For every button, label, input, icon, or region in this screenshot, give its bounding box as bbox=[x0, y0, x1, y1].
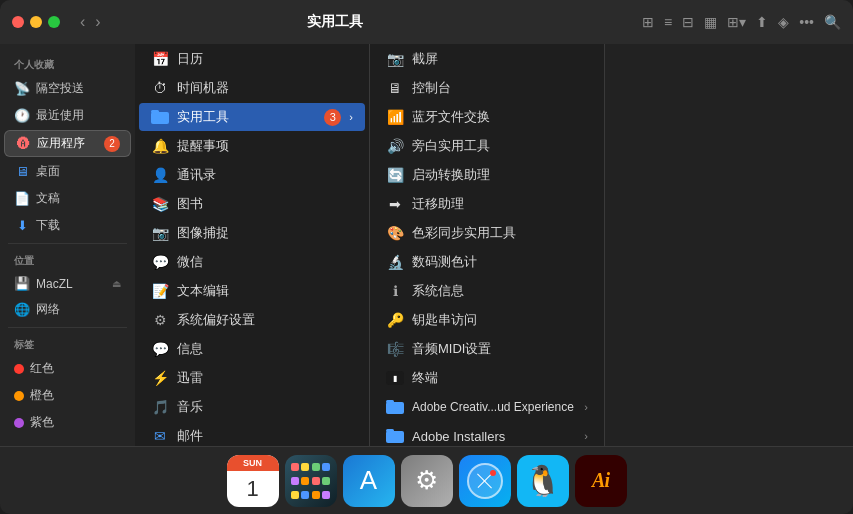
list-item[interactable]: 🔄 启动转换助理 bbox=[374, 161, 600, 189]
dock-item-appstore[interactable]: A bbox=[343, 455, 395, 507]
controlcenter-icon: 🖥 bbox=[386, 79, 404, 97]
digitalcolor-icon: 🔬 bbox=[386, 253, 404, 271]
sidebar-item-airdrop[interactable]: 📡 隔空投送 bbox=[4, 76, 131, 101]
sidebar-divider-2 bbox=[8, 327, 127, 328]
sidebar-item-downloads[interactable]: ⬇ 下载 bbox=[4, 213, 131, 238]
more-icon[interactable]: ••• bbox=[799, 14, 814, 30]
sidebar-item-documents-label: 文稿 bbox=[36, 190, 60, 207]
list-item[interactable]: 📅 日历 bbox=[139, 45, 365, 73]
list-item[interactable]: Adobe Installers › bbox=[374, 422, 600, 446]
dock-item-systemprefs[interactable]: ⚙ bbox=[401, 455, 453, 507]
list-item[interactable]: 💬 微信 bbox=[139, 248, 365, 276]
sidebar-item-desktop[interactable]: 🖥 桌面 bbox=[4, 159, 131, 184]
locations-section-label: 位置 bbox=[0, 248, 135, 271]
list-item[interactable]: ℹ 系统信息 bbox=[374, 277, 600, 305]
dock-item-illustrator[interactable]: Ai bbox=[575, 455, 627, 507]
keychain-icon: 🔑 bbox=[386, 311, 404, 329]
sidebar-item-recents[interactable]: 🕐 最近使用 bbox=[4, 103, 131, 128]
sidebar-item-airdrop-label: 隔空投送 bbox=[36, 80, 84, 97]
column-2: 📷 截屏 🖥 控制台 📶 蓝牙文件交换 🔊 旁白实用工具 🔄 启动 bbox=[370, 44, 605, 446]
sysinfo-icon: ℹ bbox=[386, 282, 404, 300]
svg-rect-3 bbox=[386, 400, 394, 403]
drive-icon: 💾 bbox=[14, 276, 30, 291]
list-item[interactable]: ⚡ 迅雷 bbox=[139, 364, 365, 392]
sidebar-item-network-label: 网络 bbox=[36, 301, 60, 318]
list-item[interactable]: Adobe Creativ...ud Experience › bbox=[374, 393, 600, 421]
list-item[interactable]: 🔬 数码测色计 bbox=[374, 248, 600, 276]
dock-item-launchpad[interactable] bbox=[285, 455, 337, 507]
svg-rect-2 bbox=[386, 402, 404, 414]
list-item[interactable]: ✉ 邮件 bbox=[139, 422, 365, 446]
search-icon[interactable]: 🔍 bbox=[824, 14, 841, 30]
list-item[interactable]: ➡ 迁移助理 bbox=[374, 190, 600, 218]
list-item[interactable]: 🔔 提醒事项 bbox=[139, 132, 365, 160]
list-item[interactable]: 📚 图书 bbox=[139, 190, 365, 218]
red-tag-dot bbox=[14, 364, 24, 374]
list-item[interactable]: ▮ 终端 bbox=[374, 364, 600, 392]
list-item[interactable]: 🔑 钥匙串访问 bbox=[374, 306, 600, 334]
list-item[interactable]: 📷 截屏 bbox=[374, 45, 600, 73]
dock-item-qq[interactable]: 🐧 bbox=[517, 455, 569, 507]
list-item-utilities[interactable]: 实用工具 3 › bbox=[139, 103, 365, 131]
reminders-icon: 🔔 bbox=[151, 137, 169, 155]
column-1: 📅 日历 ⏱ 时间机器 实用工具 3 › 🔔 bbox=[135, 44, 370, 446]
contacts-icon: 👤 bbox=[151, 166, 169, 184]
list-item[interactable]: 🔊 旁白实用工具 bbox=[374, 132, 600, 160]
sidebar-item-orange[interactable]: 橙色 bbox=[4, 383, 131, 408]
svg-rect-5 bbox=[386, 429, 394, 432]
list-item[interactable]: 🖥 控制台 bbox=[374, 74, 600, 102]
grid-view-icon[interactable]: ⊞ bbox=[642, 14, 654, 30]
dock-item-safari[interactable] bbox=[459, 455, 511, 507]
sidebar-item-purple[interactable]: 紫色 bbox=[4, 410, 131, 435]
purple-tag-dot bbox=[14, 418, 24, 428]
toolbar-icons: ⊞ ≡ ⊟ ▦ ⊞▾ ⬆ ◈ ••• 🔍 bbox=[642, 14, 841, 30]
list-item[interactable]: 👤 通讯录 bbox=[139, 161, 365, 189]
downloads-icon: ⬇ bbox=[14, 218, 30, 233]
cover-view-icon[interactable]: ▦ bbox=[704, 14, 717, 30]
list-item[interactable]: 🎵 音乐 bbox=[139, 393, 365, 421]
sidebar-item-network[interactable]: 🌐 网络 bbox=[4, 297, 131, 322]
sidebar-item-purple-label: 紫色 bbox=[30, 414, 54, 431]
tags-section-label: 标签 bbox=[0, 332, 135, 355]
list-view-icon[interactable]: ≡ bbox=[664, 14, 672, 30]
list-item[interactable]: 📝 文本编辑 bbox=[139, 277, 365, 305]
list-item[interactable]: 📶 蓝牙文件交换 bbox=[374, 103, 600, 131]
list-item[interactable]: 🎨 色彩同步实用工具 bbox=[374, 219, 600, 247]
close-button[interactable] bbox=[12, 16, 24, 28]
list-item[interactable]: 💬 信息 bbox=[139, 335, 365, 363]
screenshot-icon: 📷 bbox=[386, 50, 404, 68]
column-view-icon[interactable]: ⊟ bbox=[682, 14, 694, 30]
sidebar-item-desktop-label: 桌面 bbox=[36, 163, 60, 180]
sidebar-item-red[interactable]: 红色 bbox=[4, 356, 131, 381]
tag-icon[interactable]: ◈ bbox=[778, 14, 789, 30]
messages-icon: 💬 bbox=[151, 340, 169, 358]
eject-icon[interactable]: ⏏ bbox=[112, 278, 121, 289]
sidebar-item-macl[interactable]: 💾 MacZL ⏏ bbox=[4, 272, 131, 295]
sidebar: 个人收藏 📡 隔空投送 🕐 最近使用 🅐 应用程序 2 🖥 桌面 📄 文稿 bbox=[0, 44, 135, 446]
arrange-icon[interactable]: ⊞▾ bbox=[727, 14, 746, 30]
adobe-installers-folder-icon bbox=[386, 427, 404, 445]
utilities-badge: 3 bbox=[324, 109, 341, 126]
recents-icon: 🕐 bbox=[14, 108, 30, 123]
network-icon: 🌐 bbox=[14, 302, 30, 317]
chevron-icon: › bbox=[584, 401, 588, 413]
migration-icon: ➡ bbox=[386, 195, 404, 213]
svg-rect-0 bbox=[151, 112, 169, 124]
list-item[interactable]: 🎼 音频MIDI设置 bbox=[374, 335, 600, 363]
column-3 bbox=[605, 44, 853, 446]
svg-rect-1 bbox=[151, 110, 159, 113]
list-item[interactable]: ⚙ 系统偏好设置 bbox=[139, 306, 365, 334]
dock-item-calendar[interactable]: SUN 1 bbox=[227, 455, 279, 507]
list-item[interactable]: ⏱ 时间机器 bbox=[139, 74, 365, 102]
titlebar: ‹ › 实用工具 ⊞ ≡ ⊟ ▦ ⊞▾ ⬆ ◈ ••• 🔍 bbox=[0, 0, 853, 44]
sidebar-item-red-label: 红色 bbox=[30, 360, 54, 377]
list-item[interactable]: 📷 图像捕捉 bbox=[139, 219, 365, 247]
sidebar-item-applications[interactable]: 🅐 应用程序 2 bbox=[4, 130, 131, 157]
sidebar-item-documents[interactable]: 📄 文稿 bbox=[4, 186, 131, 211]
timemachine-icon: ⏱ bbox=[151, 79, 169, 97]
airdrop-icon: 📡 bbox=[14, 81, 30, 96]
startup-icon: 🔄 bbox=[386, 166, 404, 184]
share-icon[interactable]: ⬆ bbox=[756, 14, 768, 30]
utilities-folder-icon bbox=[151, 108, 169, 126]
sidebar-divider-1 bbox=[8, 243, 127, 244]
